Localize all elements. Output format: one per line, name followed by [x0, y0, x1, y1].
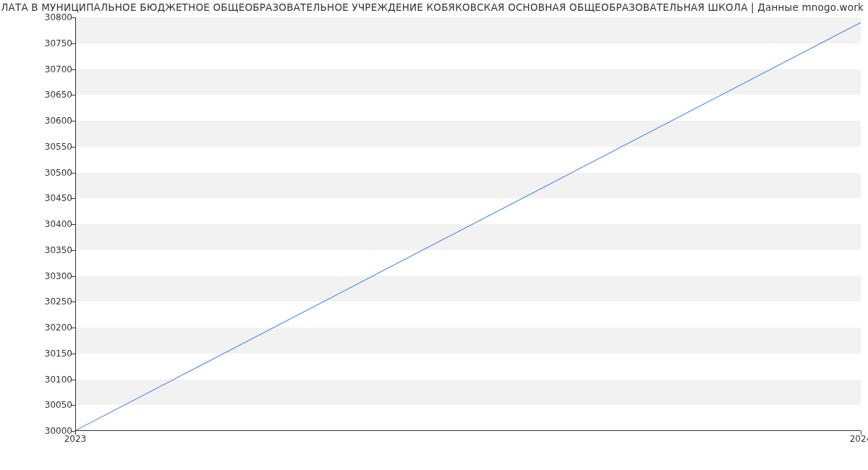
- y-tick-label: 30350: [4, 245, 72, 255]
- y-tick: [72, 69, 75, 70]
- x-tick-label: 2024: [850, 434, 868, 444]
- chart-title: ЗАРПЛАТА В МУНИЦИПАЛЬНОЕ БЮДЖЕТНОЕ ОБЩЕО…: [0, 1, 864, 13]
- y-tick: [72, 328, 75, 328]
- series-line: [76, 22, 861, 430]
- y-tick: [72, 173, 75, 174]
- line-series: [76, 17, 861, 430]
- y-tick-label: 30200: [4, 322, 72, 333]
- y-tick-label: 30450: [4, 193, 72, 203]
- y-tick: [72, 405, 75, 406]
- y-tick-label: 30050: [4, 400, 72, 410]
- y-tick: [72, 198, 75, 199]
- x-tick: [75, 431, 76, 435]
- y-tick-label: 30150: [4, 349, 72, 359]
- y-tick-label: 30250: [4, 296, 72, 307]
- y-tick: [72, 354, 75, 354]
- salary-line-chart: ЗАРПЛАТА В МУНИЦИПАЛЬНОЕ БЮДЖЕТНОЕ ОБЩЕО…: [0, 0, 868, 470]
- x-tick-label: 2023: [64, 434, 87, 444]
- y-tick: [72, 302, 75, 302]
- y-tick-label: 30400: [4, 219, 72, 229]
- y-tick: [72, 147, 75, 148]
- y-tick: [72, 43, 75, 44]
- y-tick: [72, 95, 75, 95]
- y-tick-label: 30100: [4, 375, 72, 385]
- y-tick-label: 30500: [4, 168, 72, 178]
- x-tick: [861, 431, 861, 435]
- y-tick-label: 30300: [4, 271, 72, 281]
- y-tick: [72, 121, 75, 121]
- y-tick: [72, 276, 75, 277]
- y-tick-label: 30000: [4, 426, 72, 436]
- y-tick-label: 30650: [4, 90, 72, 100]
- y-tick-label: 30800: [4, 12, 72, 22]
- y-tick-label: 30600: [4, 116, 72, 126]
- y-tick: [72, 250, 75, 251]
- y-tick-label: 30750: [4, 38, 72, 48]
- y-tick-label: 30550: [4, 142, 72, 152]
- plot-area: [75, 17, 861, 431]
- y-tick-label: 30700: [4, 64, 72, 74]
- y-tick: [72, 380, 75, 380]
- y-tick: [72, 224, 75, 225]
- y-tick: [72, 17, 75, 18]
